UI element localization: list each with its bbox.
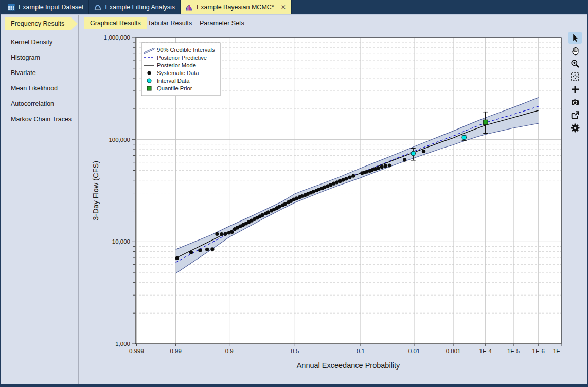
y-axis-title: 3-Day Flow (CFS) [92,161,100,220]
legend-label: 90% Credible Intervals [157,47,215,53]
x-tick-label: 1E-6 [532,348,545,354]
x-tick-label: 0.999 [129,348,144,354]
results-sidebar: Frequency Results Kernel Density Histogr… [1,15,78,384]
legend-label: Systematic Data [157,70,199,76]
camera-icon [570,97,580,107]
close-icon[interactable]: ✕ [281,4,286,11]
window-border-left [0,0,1,387]
sidebar-item-mean-likelihood[interactable]: Mean Likelihood [1,81,78,96]
sidebar-item-label: Markov Chain Traces [11,116,72,123]
document-tab-bar: Example Input Dataset Example Fitting An… [0,0,588,15]
sidebar-item-autocorrelation[interactable]: Autocorrelation [1,96,78,112]
fit-extents-icon [570,71,580,82]
sidebar-item-label: Frequency Results [11,20,64,27]
export-button[interactable] [568,109,582,121]
tab-example-bayesian-mcmc[interactable]: Example Bayesian MCMC* ✕ [181,0,292,14]
tab-example-input-dataset[interactable]: Example Input Dataset [3,0,89,14]
y-tick-label: 10,000 [112,238,130,245]
cursor-arrow-icon [570,33,580,43]
plot-toolbar [563,15,587,384]
x-tick-label: 1E-7 [553,348,563,354]
gear-icon [570,123,580,133]
x-axis-title: Annual Exceedance Probability [297,361,400,370]
histogram-icon [186,4,193,11]
select-cursor-button[interactable] [568,32,582,44]
zoom-extents-button[interactable] [568,70,582,82]
tab-label: Example Bayesian MCMC* [197,4,274,11]
sidebar-item-label: Histogram [11,54,40,61]
window-border-bottom [0,384,588,387]
x-tick-label: 1E-4 [479,348,492,354]
hand-icon [570,46,580,56]
tab-label: Example Fitting Analysis [105,4,174,11]
sidebar-item-label: Mean Likelihood [11,85,58,92]
sidebar-item-label: Kernel Density [11,39,52,46]
sidebar-item-label: Bivariate [11,69,36,77]
export-arrow-icon [570,110,580,120]
y-tick-label: 100,000 [109,137,130,143]
x-tick-label: 0.1 [357,348,365,354]
sidebar-item-markov-chain-traces[interactable]: Markov Chain Traces [1,112,78,127]
x-tick-label: 0.99 [170,348,181,354]
legend-label: Posterior Mode [157,62,196,68]
x-tick-label: 0.5 [291,348,299,354]
x-tick-label: 0.01 [408,348,420,354]
frequency-curve-chart[interactable]: 0.9990.990.90.50.10.010.0011E-41E-51E-61… [79,14,563,384]
snapshot-button[interactable] [568,96,582,108]
dataset-table-icon [8,4,15,11]
y-tick-label: 1,000,000 [104,34,130,41]
legend-label: Quantile Prior [157,85,192,91]
sidebar-item-histogram[interactable]: Histogram [1,50,78,65]
plus-icon [570,84,580,95]
magnifier-plus-icon [570,59,580,69]
legend-label: Interval Data [157,78,190,84]
tab-example-fitting-analysis[interactable]: Example Fitting Analysis [89,0,180,14]
sidebar-splitter[interactable] [78,15,79,384]
zoom-in-button[interactable] [568,58,582,69]
pan-button[interactable] [568,45,582,57]
settings-button[interactable] [568,122,582,134]
x-tick-label: 0.001 [446,348,461,354]
legend-label: Posterior Predictive [157,54,207,61]
y-tick-label: 1,000 [115,341,130,347]
x-tick-label: 0.9 [225,348,234,354]
sidebar-item-kernel-density[interactable]: Kernel Density [1,34,78,50]
sidebar-item-bivariate[interactable]: Bivariate [1,65,78,81]
x-tick-label: 1E-5 [507,348,520,354]
quantile-prior-points [483,120,488,124]
sidebar-item-label: Autocorrelation [11,100,54,107]
fitting-curve-icon [94,4,101,11]
tab-label: Example Input Dataset [19,4,83,11]
crosshair-button[interactable] [568,83,582,95]
sidebar-item-frequency-results[interactable]: Frequency Results [5,17,78,30]
